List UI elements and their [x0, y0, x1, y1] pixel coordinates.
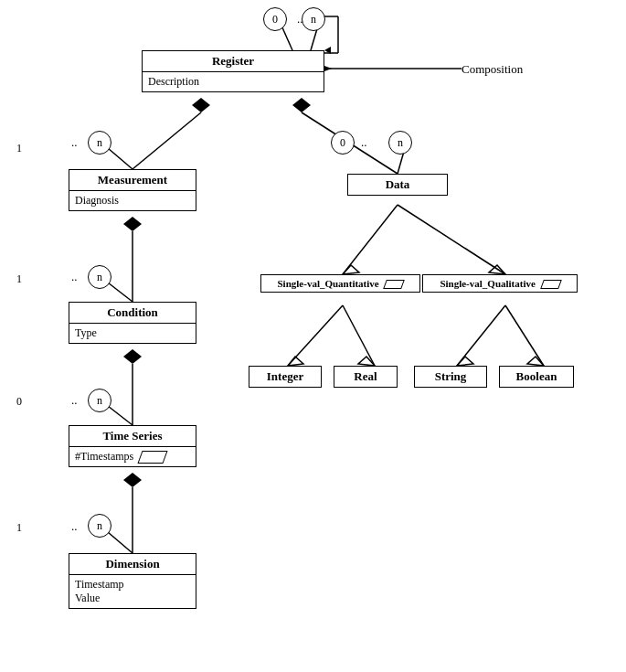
svg-marker-17 [343, 265, 359, 274]
condition-title: Condition [69, 303, 196, 324]
svg-line-20 [288, 305, 343, 366]
svg-text:..: .. [71, 393, 78, 407]
svg-line-22 [343, 305, 375, 366]
dimension-title: Dimension [69, 554, 196, 575]
svg-text:..: .. [71, 519, 78, 533]
svg-line-5 [133, 112, 201, 169]
svql-box: Single-val_Qualitative [422, 274, 578, 293]
svg-line-24 [457, 305, 505, 366]
svg-line-18 [398, 205, 505, 274]
svg-marker-9 [324, 66, 332, 71]
dimension-body: Timestamp Value [69, 575, 196, 608]
svg-line-37 [108, 406, 133, 425]
boolean-box: Boolean [499, 366, 574, 388]
svg-marker-25 [457, 357, 473, 366]
svg-marker-27 [527, 357, 544, 366]
boolean-title: Boolean [500, 367, 573, 387]
svg-marker-6 [292, 98, 311, 112]
condition-box: Condition Type [69, 302, 196, 344]
circle-n-timeseries: n [88, 389, 111, 412]
string-box: String [414, 366, 487, 388]
string-title: String [415, 367, 486, 387]
svg-marker-3 [324, 47, 331, 54]
svg-marker-19 [489, 265, 505, 274]
timeseries-parallelogram-icon [138, 451, 168, 464]
circle-n-measurement: n [88, 131, 111, 155]
real-title: Real [334, 367, 397, 387]
svg-line-39 [108, 532, 133, 553]
svql-title: Single-val_Qualitative [423, 275, 577, 292]
condition-body: Type [69, 324, 196, 343]
label-0-timeseries: 0 [16, 395, 22, 409]
svg-text:..: .. [361, 135, 367, 149]
data-box: Data [347, 174, 448, 196]
timeseries-box: Time Series #Timestamps [69, 425, 196, 467]
svg-line-31 [108, 148, 133, 169]
svg-marker-4 [192, 98, 210, 112]
svg-text:..: .. [71, 135, 78, 149]
svg-line-28 [281, 26, 292, 50]
svg-marker-23 [358, 357, 375, 366]
label-1-condition: 1 [16, 272, 22, 286]
label-1-measurement: 1 [16, 142, 22, 155]
dimension-box: Dimension Timestamp Value [69, 553, 196, 609]
register-title: Register [143, 51, 324, 72]
circle-n-condition: n [88, 265, 111, 289]
svq-parallelogram-icon [384, 280, 406, 289]
measurement-box: Measurement Diagnosis [69, 169, 196, 211]
register-body: Description [143, 72, 324, 91]
svg-marker-12 [123, 349, 142, 364]
svg-line-35 [108, 283, 133, 302]
label-1-dimension: 1 [16, 521, 22, 535]
timeseries-title: Time Series [69, 426, 196, 447]
svq-box: Single-val_Quantitative [260, 274, 420, 293]
integer-box: Integer [249, 366, 322, 388]
composition-label: Composition [462, 62, 523, 77]
timeseries-body: #Timestamps [69, 447, 196, 466]
circle-n-data: n [388, 131, 412, 155]
svg-marker-21 [288, 357, 303, 366]
real-box: Real [334, 366, 398, 388]
svql-parallelogram-icon [540, 280, 562, 289]
circle-0-register: 0 [263, 7, 287, 31]
data-title: Data [348, 175, 447, 195]
register-box: Register Description [142, 50, 324, 92]
svq-title: Single-val_Quantitative [261, 275, 419, 292]
circle-n-register: n [302, 7, 325, 31]
measurement-title: Measurement [69, 170, 196, 191]
measurement-body: Diagnosis [69, 191, 196, 210]
svg-marker-10 [123, 217, 142, 231]
integer-title: Integer [249, 367, 321, 387]
circle-n-dimension: n [88, 514, 111, 538]
circle-0-data: 0 [331, 131, 355, 155]
uml-diagram: .. .. .. .. .. .. Register Description M… [0, 0, 626, 672]
svg-text:..: .. [71, 270, 78, 283]
svg-line-26 [505, 305, 544, 366]
svg-marker-14 [123, 473, 142, 487]
svg-line-16 [343, 205, 398, 274]
